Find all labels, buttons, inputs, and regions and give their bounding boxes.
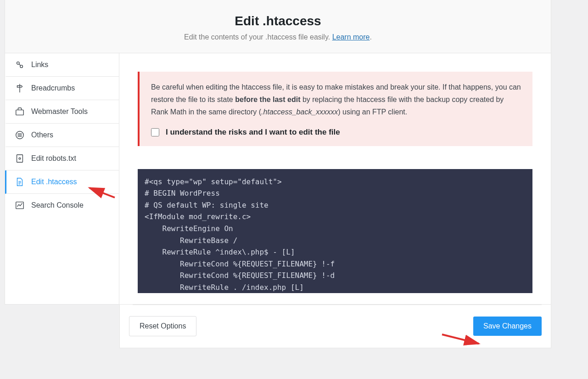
sidebar-item-label: Links [31, 61, 48, 69]
footer-actions: Reset Options Save Changes [119, 305, 551, 348]
save-changes-button[interactable]: Save Changes [473, 317, 542, 336]
list-icon [15, 130, 25, 140]
sidebar-item-label: Others [31, 131, 53, 139]
consent-row: I understand the risks and I want to edi… [151, 128, 521, 137]
svg-point-10 [19, 158, 21, 159]
sidebar-item-others[interactable]: Others [5, 124, 119, 147]
signpost-icon [15, 83, 25, 93]
sidebar-item-links[interactable]: Links [5, 53, 119, 77]
toolbox-icon [15, 107, 25, 117]
page-title: Edit .htaccess [14, 14, 542, 28]
file-icon [15, 177, 25, 187]
svg-line-2 [19, 64, 21, 66]
page-subtitle: Edit the contents of your .htaccess file… [14, 33, 542, 41]
reset-options-button[interactable]: Reset Options [129, 316, 196, 336]
main-content: Be careful when editing the htaccess fil… [119, 53, 551, 305]
sidebar-item-breadcrumbs[interactable]: Breadcrumbs [5, 77, 119, 100]
sidebar-item-label: Search Console [31, 201, 84, 209]
htaccess-editor[interactable] [138, 169, 532, 293]
sidebar-item-search-console[interactable]: Search Console [5, 194, 119, 217]
sidebar-item-webmaster-tools[interactable]: Webmaster Tools [5, 100, 119, 124]
warning-box: Be careful when editing the htaccess fil… [138, 72, 532, 146]
sidebar-item-label: Edit .htaccess [31, 178, 77, 186]
link-icon [15, 60, 25, 70]
sidebar-item-edit-htaccess[interactable]: Edit .htaccess [5, 170, 119, 194]
sidebar-item-edit-robots[interactable]: Edit robots.txt [5, 147, 119, 170]
sidebar-item-label: Edit robots.txt [31, 154, 76, 163]
learn-more-link[interactable]: Learn more [332, 33, 370, 41]
settings-sidebar: Links Breadcrumbs Webmaster Tools Others [5, 53, 119, 305]
svg-rect-4 [16, 110, 24, 115]
sidebar-item-label: Webmaster Tools [31, 107, 88, 116]
svg-rect-9 [17, 155, 23, 163]
chart-icon [15, 200, 25, 210]
warning-text: Be careful when editing the htaccess fil… [151, 81, 521, 119]
sidebar-item-label: Breadcrumbs [31, 84, 75, 92]
page-header: Edit .htaccess Edit the contents of your… [5, 0, 551, 53]
consent-checkbox[interactable] [151, 128, 159, 136]
divider [133, 305, 542, 305]
robot-file-icon [15, 153, 25, 164]
consent-label: I understand the risks and I want to edi… [166, 128, 340, 137]
